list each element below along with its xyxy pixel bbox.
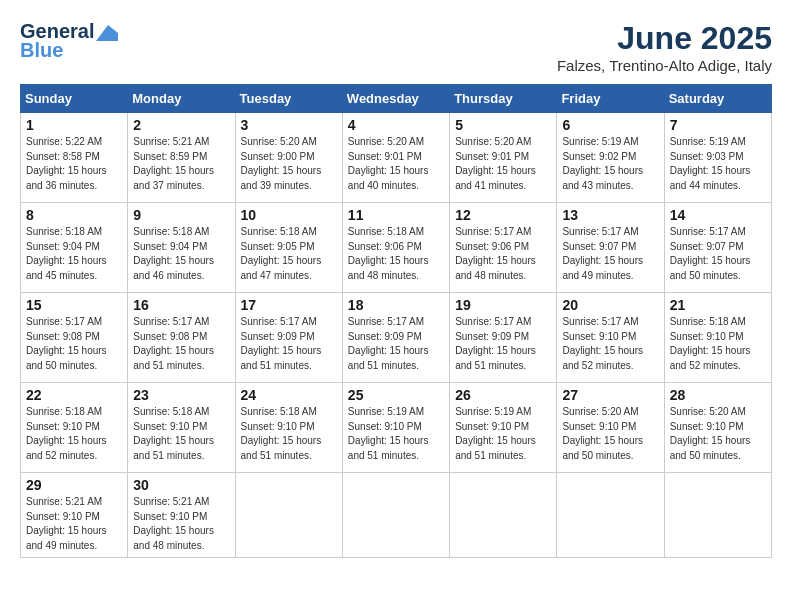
day-number: 14 — [670, 207, 766, 223]
day-cell-28: 28Sunrise: 5:20 AM Sunset: 9:10 PM Dayli… — [664, 383, 771, 473]
day-number: 6 — [562, 117, 658, 133]
day-number: 15 — [26, 297, 122, 313]
week-row-2: 8Sunrise: 5:18 AM Sunset: 9:04 PM Daylig… — [21, 203, 772, 293]
day-info: Sunrise: 5:22 AM Sunset: 8:58 PM Dayligh… — [26, 135, 122, 193]
day-cell-13: 13Sunrise: 5:17 AM Sunset: 9:07 PM Dayli… — [557, 203, 664, 293]
day-info: Sunrise: 5:18 AM Sunset: 9:05 PM Dayligh… — [241, 225, 337, 283]
day-info: Sunrise: 5:19 AM Sunset: 9:10 PM Dayligh… — [455, 405, 551, 463]
day-cell-22: 22Sunrise: 5:18 AM Sunset: 9:10 PM Dayli… — [21, 383, 128, 473]
logo: General Blue — [20, 20, 118, 62]
day-cell-1: 1Sunrise: 5:22 AM Sunset: 8:58 PM Daylig… — [21, 113, 128, 203]
day-header-monday: Monday — [128, 85, 235, 113]
day-number: 1 — [26, 117, 122, 133]
day-info: Sunrise: 5:21 AM Sunset: 8:59 PM Dayligh… — [133, 135, 229, 193]
day-cell-14: 14Sunrise: 5:17 AM Sunset: 9:07 PM Dayli… — [664, 203, 771, 293]
day-number: 8 — [26, 207, 122, 223]
day-cell-27: 27Sunrise: 5:20 AM Sunset: 9:10 PM Dayli… — [557, 383, 664, 473]
day-info: Sunrise: 5:18 AM Sunset: 9:10 PM Dayligh… — [133, 405, 229, 463]
day-cell-12: 12Sunrise: 5:17 AM Sunset: 9:06 PM Dayli… — [450, 203, 557, 293]
day-info: Sunrise: 5:17 AM Sunset: 9:09 PM Dayligh… — [455, 315, 551, 373]
svg-marker-0 — [96, 25, 118, 41]
day-cell-16: 16Sunrise: 5:17 AM Sunset: 9:08 PM Dayli… — [128, 293, 235, 383]
logo-blue: Blue — [20, 39, 63, 62]
day-number: 20 — [562, 297, 658, 313]
day-number: 16 — [133, 297, 229, 313]
logo-icon — [96, 25, 118, 41]
day-info: Sunrise: 5:18 AM Sunset: 9:04 PM Dayligh… — [133, 225, 229, 283]
day-header-saturday: Saturday — [664, 85, 771, 113]
day-number: 19 — [455, 297, 551, 313]
day-cell-26: 26Sunrise: 5:19 AM Sunset: 9:10 PM Dayli… — [450, 383, 557, 473]
week-row-4: 22Sunrise: 5:18 AM Sunset: 9:10 PM Dayli… — [21, 383, 772, 473]
empty-cell — [235, 473, 342, 558]
day-number: 23 — [133, 387, 229, 403]
day-number: 4 — [348, 117, 444, 133]
day-cell-3: 3Sunrise: 5:20 AM Sunset: 9:00 PM Daylig… — [235, 113, 342, 203]
empty-cell — [342, 473, 449, 558]
day-info: Sunrise: 5:20 AM Sunset: 9:10 PM Dayligh… — [670, 405, 766, 463]
empty-cell — [664, 473, 771, 558]
day-info: Sunrise: 5:19 AM Sunset: 9:10 PM Dayligh… — [348, 405, 444, 463]
day-number: 24 — [241, 387, 337, 403]
week-row-1: 1Sunrise: 5:22 AM Sunset: 8:58 PM Daylig… — [21, 113, 772, 203]
day-number: 29 — [26, 477, 122, 493]
location-title: Falzes, Trentino-Alto Adige, Italy — [557, 57, 772, 74]
day-info: Sunrise: 5:21 AM Sunset: 9:10 PM Dayligh… — [26, 495, 122, 553]
day-info: Sunrise: 5:18 AM Sunset: 9:10 PM Dayligh… — [241, 405, 337, 463]
day-header-friday: Friday — [557, 85, 664, 113]
day-header-wednesday: Wednesday — [342, 85, 449, 113]
day-number: 25 — [348, 387, 444, 403]
day-info: Sunrise: 5:17 AM Sunset: 9:09 PM Dayligh… — [241, 315, 337, 373]
day-info: Sunrise: 5:17 AM Sunset: 9:07 PM Dayligh… — [562, 225, 658, 283]
day-number: 21 — [670, 297, 766, 313]
day-info: Sunrise: 5:17 AM Sunset: 9:08 PM Dayligh… — [133, 315, 229, 373]
day-info: Sunrise: 5:20 AM Sunset: 9:10 PM Dayligh… — [562, 405, 658, 463]
day-cell-11: 11Sunrise: 5:18 AM Sunset: 9:06 PM Dayli… — [342, 203, 449, 293]
day-number: 28 — [670, 387, 766, 403]
day-number: 2 — [133, 117, 229, 133]
day-cell-7: 7Sunrise: 5:19 AM Sunset: 9:03 PM Daylig… — [664, 113, 771, 203]
day-info: Sunrise: 5:17 AM Sunset: 9:09 PM Dayligh… — [348, 315, 444, 373]
week-row-5: 29Sunrise: 5:21 AM Sunset: 9:10 PM Dayli… — [21, 473, 772, 558]
day-info: Sunrise: 5:17 AM Sunset: 9:06 PM Dayligh… — [455, 225, 551, 283]
day-cell-4: 4Sunrise: 5:20 AM Sunset: 9:01 PM Daylig… — [342, 113, 449, 203]
day-info: Sunrise: 5:18 AM Sunset: 9:06 PM Dayligh… — [348, 225, 444, 283]
week-row-3: 15Sunrise: 5:17 AM Sunset: 9:08 PM Dayli… — [21, 293, 772, 383]
day-cell-2: 2Sunrise: 5:21 AM Sunset: 8:59 PM Daylig… — [128, 113, 235, 203]
day-info: Sunrise: 5:19 AM Sunset: 9:02 PM Dayligh… — [562, 135, 658, 193]
day-cell-5: 5Sunrise: 5:20 AM Sunset: 9:01 PM Daylig… — [450, 113, 557, 203]
day-cell-18: 18Sunrise: 5:17 AM Sunset: 9:09 PM Dayli… — [342, 293, 449, 383]
day-cell-25: 25Sunrise: 5:19 AM Sunset: 9:10 PM Dayli… — [342, 383, 449, 473]
day-number: 9 — [133, 207, 229, 223]
day-cell-30: 30Sunrise: 5:21 AM Sunset: 9:10 PM Dayli… — [128, 473, 235, 558]
day-header-tuesday: Tuesday — [235, 85, 342, 113]
days-header-row: SundayMondayTuesdayWednesdayThursdayFrid… — [21, 85, 772, 113]
day-number: 7 — [670, 117, 766, 133]
day-info: Sunrise: 5:20 AM Sunset: 9:00 PM Dayligh… — [241, 135, 337, 193]
day-cell-19: 19Sunrise: 5:17 AM Sunset: 9:09 PM Dayli… — [450, 293, 557, 383]
day-number: 13 — [562, 207, 658, 223]
day-info: Sunrise: 5:17 AM Sunset: 9:10 PM Dayligh… — [562, 315, 658, 373]
day-cell-10: 10Sunrise: 5:18 AM Sunset: 9:05 PM Dayli… — [235, 203, 342, 293]
day-number: 11 — [348, 207, 444, 223]
day-number: 3 — [241, 117, 337, 133]
day-number: 17 — [241, 297, 337, 313]
day-cell-9: 9Sunrise: 5:18 AM Sunset: 9:04 PM Daylig… — [128, 203, 235, 293]
day-cell-8: 8Sunrise: 5:18 AM Sunset: 9:04 PM Daylig… — [21, 203, 128, 293]
day-info: Sunrise: 5:18 AM Sunset: 9:10 PM Dayligh… — [670, 315, 766, 373]
day-header-thursday: Thursday — [450, 85, 557, 113]
day-info: Sunrise: 5:19 AM Sunset: 9:03 PM Dayligh… — [670, 135, 766, 193]
day-cell-29: 29Sunrise: 5:21 AM Sunset: 9:10 PM Dayli… — [21, 473, 128, 558]
day-number: 12 — [455, 207, 551, 223]
day-number: 27 — [562, 387, 658, 403]
day-info: Sunrise: 5:18 AM Sunset: 9:10 PM Dayligh… — [26, 405, 122, 463]
day-info: Sunrise: 5:18 AM Sunset: 9:04 PM Dayligh… — [26, 225, 122, 283]
empty-cell — [450, 473, 557, 558]
month-title: June 2025 — [557, 20, 772, 57]
day-number: 18 — [348, 297, 444, 313]
day-number: 26 — [455, 387, 551, 403]
calendar: SundayMondayTuesdayWednesdayThursdayFrid… — [20, 84, 772, 558]
day-cell-17: 17Sunrise: 5:17 AM Sunset: 9:09 PM Dayli… — [235, 293, 342, 383]
day-number: 30 — [133, 477, 229, 493]
day-cell-15: 15Sunrise: 5:17 AM Sunset: 9:08 PM Dayli… — [21, 293, 128, 383]
